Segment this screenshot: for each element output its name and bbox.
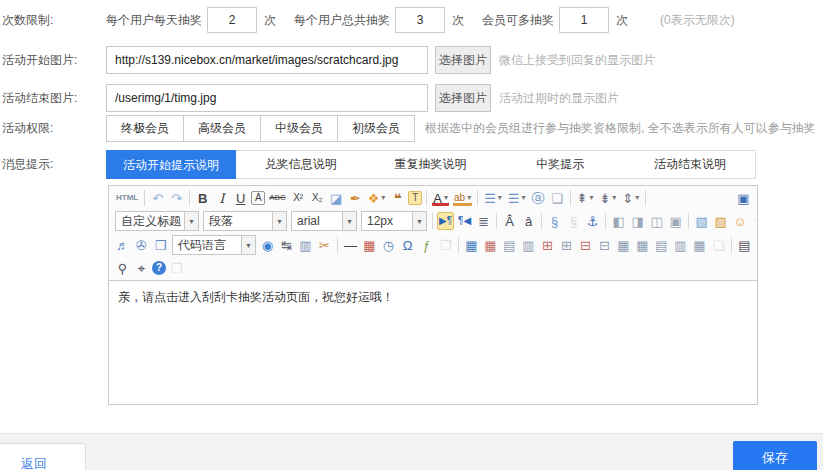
image-align-right-icon[interactable]: ▣ [667,212,684,230]
limit-row-label: 次数限制: [0,12,106,29]
message-tab-2[interactable]: 兑奖信息说明 [236,151,366,178]
toolbar-separator [432,213,433,229]
message-tab-3[interactable]: 重复抽奖说明 [366,151,496,178]
date-icon[interactable]: ▦ [361,236,378,254]
delete-row-icon[interactable]: ⊟ [577,236,594,254]
end-image-hint: 活动过期时的显示图片 [499,90,619,107]
paste-as-text-icon[interactable]: T [408,191,422,205]
space-before-paragraph-icon[interactable]: ⇞▾ [575,189,596,207]
snapshot-icon[interactable]: ✂ [316,236,333,254]
total-draw-limit-input[interactable] [395,7,445,33]
message-tab-5[interactable]: 活动结束说明 [625,151,755,178]
redo-icon[interactable]: ↷ [168,189,185,207]
split-cols-icon[interactable]: ▦ [634,236,651,254]
image-align-left-icon[interactable]: ◨ [629,212,646,230]
editor-content[interactable]: 亲，请点击进入刮刮卡抽奖活动页面，祝您好运哦！ [109,281,757,404]
scrawl-icon[interactable]: ✎ [750,212,755,230]
average-cols-icon[interactable]: ▥ [672,236,689,254]
delete-col-icon[interactable]: ⊟ [596,236,613,254]
back-button[interactable]: 返回 [0,443,86,470]
lowercase-icon[interactable]: â [520,212,537,230]
blockquote-icon[interactable]: ❝ [389,189,406,207]
strikethrough-icon[interactable]: ABC [267,189,287,207]
member-level-button-3[interactable]: 中级会员 [260,115,338,142]
start-image-hint: 微信上接受到回复的显示图片 [499,52,655,69]
member-level-button-1[interactable]: 终极会员 [106,115,184,142]
underline-icon[interactable]: U [232,189,249,207]
insert-col-icon[interactable]: ⊞ [558,236,575,254]
line-height-icon[interactable]: ⇕▾ [620,189,641,207]
font-border-icon[interactable]: A [251,191,265,205]
page-break-icon[interactable]: ↹ [278,236,295,254]
image-align-none-icon[interactable]: ◧ [610,212,627,230]
back-color-icon[interactable]: ab▾ [452,189,473,207]
toolbar-separator [645,190,646,206]
bold-icon[interactable]: B [194,189,211,207]
uppercase-icon[interactable]: Â [501,212,518,230]
remove-format-icon[interactable]: ◪ [328,189,345,207]
source-code-icon[interactable]: HTML [114,189,140,207]
special-chars-icon[interactable]: Ω [399,236,416,254]
template-icon[interactable]: ▥ [297,236,314,254]
help-icon[interactable]: ? [152,261,166,275]
custom-title-select[interactable]: 自定义标题▼ [115,211,199,231]
horizontal-rule-icon[interactable]: — [342,236,359,254]
superscript-icon[interactable]: X² [290,189,307,207]
ltr-paragraph-icon[interactable]: ▶¶ [437,212,454,230]
delete-table-icon[interactable]: ▦ [482,236,499,254]
toolbar-separator [189,190,190,206]
insert-image-icon[interactable]: ▧ [693,212,710,230]
space-after-paragraph-icon[interactable]: ⇟▾ [597,189,618,207]
rtl-paragraph-icon[interactable]: ¶◀ [456,212,473,230]
merge-cells-icon[interactable]: ▥ [520,236,537,254]
undo-icon[interactable]: ↶ [149,189,166,207]
subscript-icon[interactable]: X₂ [309,189,326,207]
font-size-select[interactable]: 12px▼ [361,211,427,231]
end-image-pick-button[interactable]: 选择图片 [435,84,491,112]
music-icon[interactable]: ♬ [114,236,131,254]
insert-frame-icon[interactable]: ❒ [152,236,169,254]
table-title-icon[interactable]: ▤ [501,236,518,254]
ordered-list-icon[interactable]: ☰▾ [482,189,504,207]
start-image-input[interactable] [106,46,428,74]
emotion-icon[interactable]: ☺ [731,212,748,230]
insert-row-icon[interactable]: ⊞ [539,236,556,254]
link-icon[interactable]: § [546,212,563,230]
daily-draw-limit-input[interactable] [207,7,257,33]
anchor-label-icon[interactable]: ⓐ [530,189,547,207]
search-replace-icon[interactable]: ⌖ [133,259,150,277]
anchor-icon[interactable]: ⚓ [584,212,601,230]
indent-icon[interactable]: ≣ [475,212,492,230]
insert-table-icon[interactable]: ▦ [463,236,480,254]
paragraph-select[interactable]: 段落▼ [203,211,287,231]
split-rows-icon[interactable]: ▦ [615,236,632,254]
font-color-icon[interactable]: A▾ [431,189,450,207]
attachment-icon[interactable]: ✇ [133,236,150,254]
member-extra-draw-input[interactable] [559,7,609,33]
start-image-pick-button[interactable]: 选择图片 [435,46,491,74]
image-align-center-icon[interactable]: ◫ [648,212,665,230]
time-icon[interactable]: ◷ [380,236,397,254]
fullscreen-icon[interactable]: ▣ [735,189,752,207]
message-tab-4[interactable]: 中奖提示 [495,151,625,178]
code-language-select[interactable]: 代码语言▼ [172,235,256,255]
font-family-select[interactable]: arial▼ [291,211,357,231]
limit-field-suffix: 次 [616,12,628,29]
new-page-icon[interactable]: ❏ [549,189,566,207]
save-button[interactable]: 保存 [733,441,817,470]
print-icon[interactable]: ▤ [736,236,753,254]
average-rows-icon[interactable]: ▤ [653,236,670,254]
member-level-button-2[interactable]: 高级会员 [183,115,261,142]
formula-icon[interactable]: ƒ [418,236,435,254]
end-image-input[interactable] [106,84,428,112]
message-tab-1[interactable]: 活动开始提示说明 [106,150,236,179]
format-painter-icon[interactable]: ✒ [347,189,364,207]
unordered-list-icon[interactable]: ☰▾ [506,189,528,207]
auto-typeset-icon[interactable]: ❖▾ [366,189,388,207]
map-icon[interactable]: ◉ [259,236,276,254]
italic-icon[interactable]: I [213,189,230,207]
image-manager-icon[interactable]: ▨ [712,212,729,230]
table-sort-icon[interactable]: ▦ [691,236,708,254]
preview-icon[interactable]: ⚲ [114,259,131,277]
member-level-button-4[interactable]: 初级会员 [337,115,415,142]
